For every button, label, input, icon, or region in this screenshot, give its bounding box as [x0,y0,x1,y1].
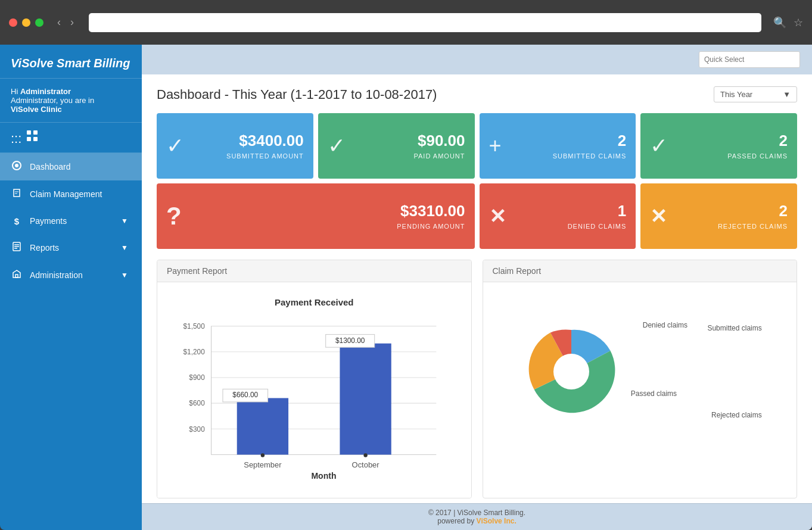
reports-grid: Payment Report Payment Received [157,260,797,498]
user-info: Hi Administrator Administrator, you are … [0,79,142,123]
pie-chart-svg [518,318,625,425]
sidebar: ViSolve Smart Billing Hi Administrator A… [0,45,142,530]
claim-report-header: Claim Report [483,260,797,282]
submitted-amount-info: $3400.00 SUBMITTED AMOUNT [226,132,304,161]
user-greeting: Hi Administrator [11,87,131,96]
sidebar-item-reports[interactable]: Reports ▼ [0,234,142,261]
forward-button[interactable]: › [67,15,77,30]
browser-dots [9,18,43,27]
sidebar-item-label-reports: Reports [30,243,111,252]
submitted-claims-icon: + [489,133,502,158]
minimize-dot[interactable] [22,18,30,27]
footer-text: © 2017 | ViSolve Smart Billing. [428,509,525,517]
payment-report-card: Payment Report Payment Received [157,260,472,498]
grid-menu-button[interactable]: ::: [0,123,142,153]
bar-october-label: $1300.00 [335,336,365,345]
app-wrapper: ViSolve Smart Billing Hi Administrator A… [0,45,812,530]
label-denied: Denied claims [643,321,687,329]
stat-paid-amount[interactable]: ✓ $90.00 PAID AMOUNT [318,113,475,179]
stat-pending-amount[interactable]: ? $3310.00 PENDING AMOUNT [157,183,475,249]
stat-submitted-claims[interactable]: + 2 SUBMITTED CLAIMS [480,113,636,179]
svg-rect-2 [27,137,31,141]
passed-claims-value: 2 [727,132,788,150]
svg-text:$600: $600 [189,399,205,407]
reports-icon [11,242,23,254]
top-bar [142,45,812,74]
pie-labels: Submitted claims Passed claims Denied cl… [643,318,762,425]
paid-amount-info: $90.00 PAID AMOUNT [414,132,465,161]
pie-center [553,354,589,389]
bookmark-icon[interactable]: ☆ [794,16,803,29]
bar-september-label: $660.00 [232,391,258,399]
sidebar-item-label-claim-management: Claim Management [30,189,131,199]
close-dot[interactable] [9,18,17,27]
app-footer: © 2017 | ViSolve Smart Billing. powered … [142,503,812,530]
sidebar-item-label-payments: Payments [30,216,111,226]
claim-report-card: Claim Report [483,260,798,498]
period-selector[interactable]: This Year ▼ [714,86,797,102]
search-icon[interactable]: 🔍 [773,16,786,29]
grid-icon-svg [25,129,39,143]
pending-amount-value: $3310.00 [397,202,465,220]
passed-claims-icon: ✓ [650,133,668,158]
denied-claims-info: 1 DENIED CLAIMS [568,202,627,231]
label-rejected: Rejected claims [711,411,762,419]
stat-submitted-amount[interactable]: ✓ $3400.00 SUBMITTED AMOUNT [157,113,313,179]
claim-management-icon [11,188,23,200]
svg-text:$900: $900 [189,373,205,382]
dashboard-area: Dashboard - This Year (1-1-2017 to 10-08… [142,74,812,503]
bar-october [340,344,391,455]
denied-claims-label: DENIED CLAIMS [568,223,627,230]
payment-report-header: Payment Report [157,260,471,282]
period-dropdown-icon: ▼ [783,90,791,99]
sidebar-item-administration[interactable]: Administration ▼ [0,261,142,289]
browser-nav: ‹ › [54,15,77,30]
stat-denied-claims[interactable]: ✕ 1 DENIED CLAIMS [480,183,636,249]
bar-october-dot [363,453,367,457]
main-content: Dashboard - This Year (1-1-2017 to 10-08… [142,45,812,530]
quick-select-input[interactable] [699,51,800,68]
sidebar-item-dashboard[interactable]: Dashboard [0,153,142,180]
stat-rejected-claims[interactable]: ✕ 2 REJECTED CLAIMS [640,183,797,249]
submitted-amount-label: SUBMITTED AMOUNT [226,152,304,160]
svg-point-5 [15,164,18,167]
submitted-amount-icon: ✓ [166,133,184,158]
administration-icon [11,269,23,281]
user-context: Administrator, you are in [11,96,131,105]
bar-chart-svg: $1,500 $1,200 $900 $600 $300 $660.0 [166,313,462,481]
submitted-amount-value: $3400.00 [226,132,304,150]
username-label: Administrator [20,87,71,96]
app-logo: ViSolve Smart Billing [0,45,142,79]
sidebar-item-label-dashboard: Dashboard [30,162,131,172]
svg-text:$1,500: $1,500 [183,322,205,331]
denied-claims-value: 1 [568,202,627,220]
bar-september [237,398,288,454]
svg-rect-3 [33,137,38,141]
rejected-claims-info: 2 REJECTED CLAIMS [718,202,788,231]
sidebar-item-claim-management[interactable]: Claim Management [0,180,142,208]
paid-amount-value: $90.00 [414,132,465,150]
reports-arrow-icon: ▼ [118,242,131,253]
rejected-claims-value: 2 [718,202,788,220]
stat-passed-claims[interactable]: ✓ 2 PASSED CLAIMS [640,113,797,179]
submitted-claims-label: SUBMITTED CLAIMS [553,152,627,160]
paid-amount-icon: ✓ [328,133,346,158]
payment-report-body: Payment Received $1,500 [157,282,471,498]
pie-chart-container: Submitted claims Passed claims Denied cl… [492,318,788,425]
payments-icon: $ [11,216,23,226]
sidebar-item-payments[interactable]: $ Payments ▼ [0,208,142,234]
x-label-october: October [352,460,380,469]
grid-icon: ::: [11,131,25,146]
bar-chart-container: Payment Received $1,500 [166,291,462,489]
back-button[interactable]: ‹ [54,15,64,30]
passed-claims-info: 2 PASSED CLAIMS [727,132,788,161]
administration-arrow-icon: ▼ [118,270,131,280]
bar-chart-title: Payment Received [166,297,462,307]
browser-chrome: ‹ › 🔍 ☆ [0,0,812,45]
dashboard-icon [11,161,23,173]
rejected-claims-label: REJECTED CLAIMS [718,223,788,230]
bar-september-dot [261,453,265,457]
maximize-dot[interactable] [35,18,43,27]
dashboard-header: Dashboard - This Year (1-1-2017 to 10-08… [157,86,797,102]
url-bar[interactable] [89,13,761,32]
